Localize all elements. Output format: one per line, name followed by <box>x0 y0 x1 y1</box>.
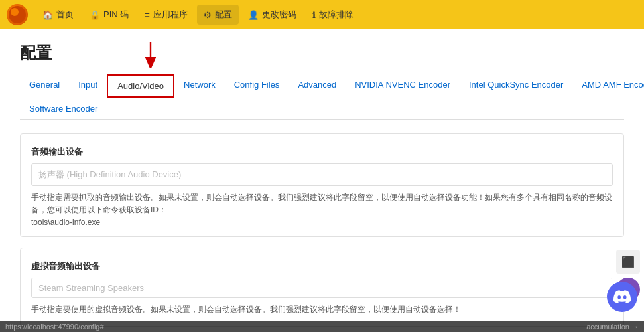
tab-configfiles[interactable]: Config Files <box>225 74 289 97</box>
section-audio-output: 音频输出设备 扬声器 (High Definition Audio Device… <box>20 133 624 237</box>
info-icon: ℹ <box>312 10 316 20</box>
user-icon: 👤 <box>248 10 259 20</box>
virtual-audio-title: 虚拟音频输出设备 <box>31 258 613 272</box>
discord-button[interactable] <box>607 282 637 312</box>
section-virtual-audio: 虚拟音频输出设备 Steam Streaming Speakers 手动指定要使… <box>20 248 624 326</box>
bottom-right: accumulation → <box>586 323 639 331</box>
nav-password[interactable]: 👤 更改密码 <box>241 5 303 25</box>
lock-icon: 🔒 <box>90 10 100 20</box>
nav-pin[interactable]: 🔒 PIN 码 <box>83 5 135 25</box>
tab-quicksync[interactable]: Intel QuickSync Encoder <box>460 74 572 97</box>
tab-nvenc[interactable]: NVIDIA NVENC Encoder <box>346 74 460 97</box>
nav-apps[interactable]: ≡ 应用程序 <box>138 5 194 25</box>
audio-output-input[interactable]: 扬声器 (High Definition Audio Device) <box>31 163 613 186</box>
tab-network[interactable]: Network <box>174 74 225 97</box>
bottom-bar: https://localhost:47990/config# accumula… <box>0 321 644 332</box>
tab-softwareencoder[interactable]: Software Encoder <box>20 98 107 119</box>
nav-config[interactable]: ⚙ 配置 <box>197 5 239 25</box>
top-nav: 🏠 首页 🔒 PIN 码 ≡ 应用程序 ⚙ 配置 👤 更改密码 ℹ 故障排除 <box>0 0 644 29</box>
nav-home[interactable]: 🏠 首页 <box>36 5 80 25</box>
menu-icon: ≡ <box>145 10 150 20</box>
tab-general[interactable]: General <box>20 74 69 97</box>
app-logo <box>7 4 28 25</box>
tab-advanced[interactable]: Advanced <box>289 74 346 97</box>
nav-trouble[interactable]: ℹ 故障排除 <box>306 5 360 25</box>
tabs-container: General Input Audio/Video Network Config… <box>20 74 624 120</box>
page-title: 配置 <box>20 42 624 64</box>
bottom-url: https://localhost:47990/config# <box>5 323 104 331</box>
gear-icon: ⚙ <box>204 10 212 20</box>
main-content: 配置 General Input Audio/Video Network <box>0 29 644 332</box>
virtual-audio-input[interactable]: Steam Streaming Speakers <box>31 278 613 298</box>
audio-output-title: 音频输出设备 <box>31 143 613 158</box>
arrow-indicator <box>137 41 164 68</box>
qr-button[interactable]: ⬛ <box>616 250 640 274</box>
tab-amf[interactable]: AMD AMF Encoder <box>572 74 644 97</box>
tab-audiovideo[interactable]: Audio/Video <box>107 74 174 98</box>
audio-output-command: tools\audio-info.exe <box>31 218 613 227</box>
audio-output-desc: 手动指定需要抓取的音频输出设备。如果未设置，则会自动选择设备。我们强烈建议将此字… <box>31 191 613 216</box>
qr-icon: ⬛ <box>621 256 635 268</box>
home-icon: 🏠 <box>42 10 53 20</box>
virtual-audio-desc: 手动指定要使用的虚拟音频设备。如果未设置，则会自动选择设备。我们强烈建议将此字段… <box>31 303 613 316</box>
tab-input[interactable]: Input <box>69 74 107 97</box>
svg-point-1 <box>11 8 19 16</box>
